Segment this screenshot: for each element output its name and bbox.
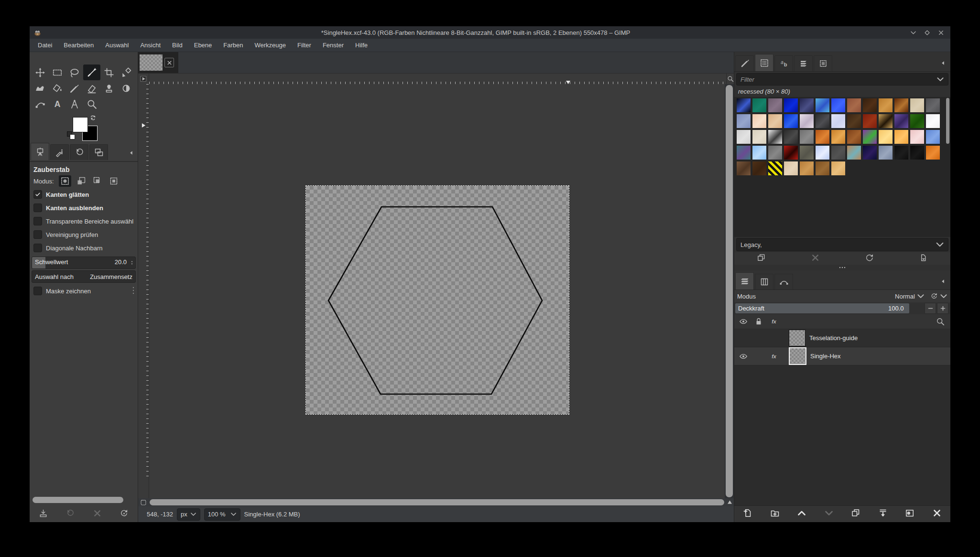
pattern-swatch[interactable]: [800, 114, 814, 128]
pattern-swatch[interactable]: [752, 130, 766, 144]
menu-datei[interactable]: Datei: [33, 40, 57, 51]
undo-button[interactable]: [65, 509, 75, 520]
close-tab-button[interactable]: [164, 58, 174, 67]
pattern-swatch[interactable]: [847, 146, 861, 160]
menu-werkzeuge[interactable]: Werkzeuge: [250, 40, 292, 51]
foreground-color-swatch[interactable]: [73, 117, 88, 132]
ruler-corner-button[interactable]: [138, 74, 149, 84]
lower-layer-button[interactable]: [824, 508, 834, 520]
checkbox-vereinigung-pr-fen[interactable]: Vereinigung prüfen: [30, 228, 138, 241]
save-button[interactable]: [39, 509, 48, 520]
new-layer-button[interactable]: [743, 508, 752, 520]
pattern-swatch[interactable]: [831, 146, 845, 160]
mode-replace-button[interactable]: [59, 175, 71, 187]
layer-row-tesselation-guide[interactable]: Tesselation-guide: [734, 329, 950, 347]
layer-mode-value[interactable]: Normal: [895, 293, 915, 300]
pattern-swatch[interactable]: [894, 146, 908, 160]
dock-tab-patterns[interactable]: [755, 54, 773, 71]
maximize-icon[interactable]: [924, 29, 931, 36]
menu-auswahl[interactable]: Auswahl: [100, 40, 134, 51]
zoom-tool-button[interactable]: [83, 96, 100, 112]
opacity-decrease-button[interactable]: [925, 303, 936, 314]
layer-name[interactable]: Single-Hex: [810, 353, 841, 360]
navigation-button[interactable]: [725, 498, 734, 506]
pattern-swatch[interactable]: [752, 161, 766, 175]
layer-visibility-icon[interactable]: [739, 352, 748, 361]
image-tab[interactable]: [138, 52, 178, 73]
pattern-swatch[interactable]: [737, 130, 751, 144]
canvas[interactable]: [306, 186, 569, 414]
menu-ebene[interactable]: Ebene: [189, 40, 218, 51]
pattern-swatch[interactable]: [863, 130, 877, 144]
dock-tab-layers[interactable]: [735, 272, 754, 289]
minimize-icon[interactable]: [910, 29, 917, 36]
pattern-swatch[interactable]: [879, 146, 893, 160]
mode-subtract-button[interactable]: [91, 175, 104, 187]
pattern-swatch[interactable]: [894, 130, 908, 144]
pattern-swatch[interactable]: [768, 161, 782, 175]
pattern-swatch[interactable]: [816, 114, 829, 128]
pattern-swatch[interactable]: [784, 130, 798, 144]
pattern-swatch[interactable]: [768, 146, 782, 160]
add-mask-button[interactable]: [905, 508, 915, 520]
horizontal-ruler[interactable]: [149, 74, 726, 84]
delete-pattern-button[interactable]: [811, 253, 820, 264]
threshold-slider[interactable]: Schwellwert 20.0: [32, 257, 136, 269]
transform-tool-button[interactable]: [118, 64, 135, 80]
pattern-swatch[interactable]: [926, 146, 940, 160]
pattern-swatch[interactable]: [831, 161, 845, 175]
dock-tab-images[interactable]: [89, 144, 108, 160]
pattern-swatch[interactable]: [752, 98, 766, 112]
checkbox-transparente-bereiche-ausw-hl[interactable]: Transparente Bereiche auswähl: [30, 214, 138, 228]
dock-tab-paths[interactable]: [774, 274, 793, 289]
title-bar[interactable]: *SingleHex.xcf-43.0 (RGB-Farben Nichtlin…: [30, 26, 950, 39]
layer-fx-icon[interactable]: fx: [770, 352, 778, 361]
pattern-swatch[interactable]: [816, 146, 829, 160]
pattern-swatch[interactable]: [926, 98, 940, 112]
pattern-swatch[interactable]: [831, 114, 845, 128]
menu-fenster[interactable]: Fenster: [317, 40, 349, 51]
dock-tab-buffers[interactable]: [814, 55, 832, 71]
eye-icon[interactable]: [739, 317, 748, 326]
unit-select[interactable]: px: [177, 508, 200, 521]
pattern-swatch[interactable]: [737, 98, 751, 112]
pattern-swatch[interactable]: [910, 146, 924, 160]
pattern-swatch[interactable]: [926, 114, 940, 128]
merge-down-button[interactable]: [878, 508, 888, 520]
new-group-button[interactable]: [770, 508, 780, 520]
chevron-down-icon[interactable]: [936, 240, 944, 249]
raise-layer-button[interactable]: [797, 508, 806, 520]
pattern-swatch[interactable]: [737, 146, 751, 160]
pattern-swatch[interactable]: [863, 98, 877, 112]
canvas-viewport[interactable]: [149, 84, 725, 498]
open-pattern-as-image-button[interactable]: [919, 253, 928, 264]
layer-row-single-hex[interactable]: fxSingle-Hex: [734, 347, 950, 365]
tool-options-hscrollbar[interactable]: [33, 497, 123, 503]
collapse-dock-icon[interactable]: [940, 60, 947, 66]
duplicate-layer-button[interactable]: [851, 508, 860, 520]
opacity-slider[interactable]: Deckkraft 100.0: [734, 303, 950, 314]
menu-hilfe[interactable]: Hilfe: [350, 40, 373, 51]
mode-intersect-button[interactable]: [108, 175, 120, 187]
dock-resize-grip[interactable]: [129, 284, 138, 297]
dodge-burn-tool-button[interactable]: [118, 80, 135, 96]
pattern-swatch[interactable]: [784, 114, 798, 128]
lock-icon[interactable]: [754, 317, 763, 326]
vertical-ruler[interactable]: [138, 84, 149, 498]
default-colors-icon[interactable]: [67, 131, 75, 139]
pattern-swatch[interactable]: [910, 130, 924, 144]
draw-mask-checkbox[interactable]: Maske zeichnen: [30, 284, 138, 298]
pattern-filter-input[interactable]: Filter: [736, 73, 948, 86]
pattern-swatch[interactable]: [768, 114, 782, 128]
pattern-swatch[interactable]: [863, 146, 877, 160]
eraser-tool-button[interactable]: [83, 80, 100, 96]
pattern-swatch[interactable]: [879, 98, 893, 112]
crop-tool-button[interactable]: [100, 64, 118, 80]
move-tool-button[interactable]: [32, 64, 49, 80]
zoom-follow-button[interactable]: [726, 74, 734, 84]
dock-tab-gradients[interactable]: [794, 55, 813, 71]
pattern-swatch[interactable]: [752, 114, 766, 128]
duplicate-pattern-button[interactable]: [757, 253, 766, 264]
pattern-swatch[interactable]: [800, 130, 814, 144]
pattern-swatch[interactable]: [847, 98, 861, 112]
